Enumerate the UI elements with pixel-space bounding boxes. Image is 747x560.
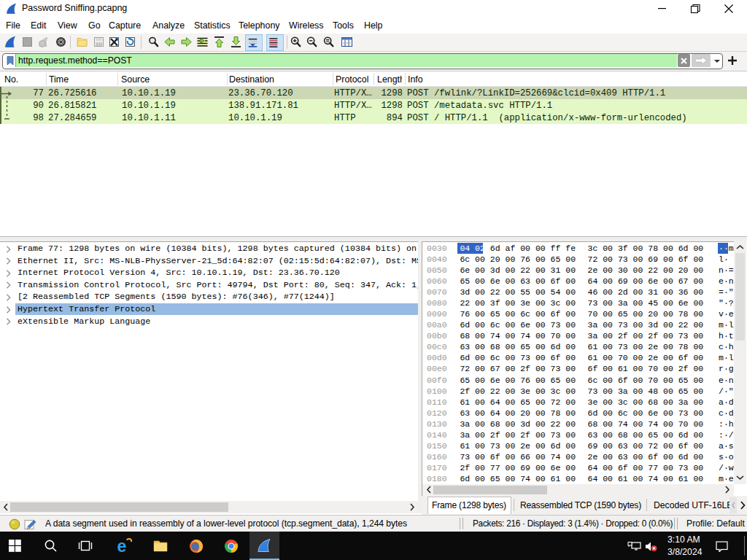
svg-text:010: 010 [96, 42, 102, 46]
svg-text:e: e [117, 537, 127, 555]
